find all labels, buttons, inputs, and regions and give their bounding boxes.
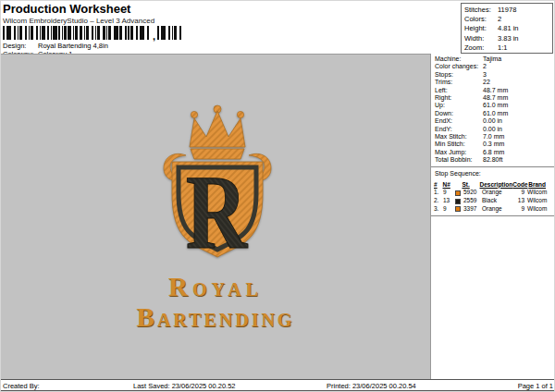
stop-sequence-title: Stop Sequence: — [431, 167, 554, 178]
logo-text-royal: Royal — [1, 272, 430, 302]
machine-row: Min Stitch:0.3 mm — [435, 141, 554, 148]
machine-row: Right:48.7 mm — [435, 94, 554, 102]
logo-text-bartending: Bartending — [1, 302, 430, 333]
page-number: Page 1 of 1 — [518, 382, 553, 390]
design-label: Design: — [3, 42, 38, 50]
machine-row: Machine:Tajima — [435, 55, 554, 63]
stop-sequence-row: 2. 13 2559 Black 13 Wilcom — [434, 197, 552, 205]
machine-row: Max Jump:6.8 mm — [435, 149, 554, 156]
page-footer: Created By: Last Saved: 23/06/2025 00.20… — [1, 379, 555, 391]
summary-row: Width:3.83 in — [464, 34, 552, 43]
machine-row: Total Bobbin:82.80ft — [435, 156, 554, 164]
design-row: Design: Royal Bartending 4,8in — [3, 42, 108, 50]
machine-row: Left:48.7 mm — [435, 87, 554, 94]
stop-sequence-row: 3. 9 3397 Orange 9 Wilcom — [434, 205, 552, 214]
machine-stats-list: Machine:Tajima Color changes:2 Stops:3 T… — [431, 54, 554, 165]
last-saved-label: Last Saved: 23/06/2025 00.20.52 — [133, 382, 236, 390]
royal-bartending-crest-logo: R — [157, 104, 278, 262]
machine-row: Trims:22 — [435, 79, 554, 86]
crown-icon — [190, 105, 245, 159]
production-worksheet-page: Production Worksheet Wilcom EmbroiderySt… — [0, 0, 555, 392]
machine-row: Color changes:2 — [435, 63, 554, 70]
barcode-bars-right — [157, 26, 181, 40]
thread-color-swatch — [455, 206, 461, 212]
design-value: Royal Bartending 4,8in — [38, 42, 108, 50]
machine-info-panel: Machine:Tajima Color changes:2 Stops:3 T… — [430, 54, 555, 379]
thread-color-swatch — [455, 190, 461, 196]
barcode-bars-left — [3, 26, 151, 40]
machine-row: Up:61.0 mm — [435, 102, 554, 109]
machine-row: Down:61.0 mm — [435, 110, 554, 117]
machine-row: Stops:3 — [435, 71, 554, 79]
stop-sequence-bottom-rule — [431, 215, 554, 216]
stitch-summary-box: Stitches:11978 Colors:2 Height:4.81 in W… — [461, 3, 553, 54]
page-title: Production Worksheet — [3, 2, 130, 16]
design-barcode: , — [3, 26, 181, 40]
stop-sequence-table: # N# St. Description Code Brand 1. 9 592… — [431, 178, 554, 214]
summary-row: Zoom:1:1 — [464, 43, 552, 53]
thread-color-swatch — [455, 199, 461, 204]
machine-row: EndX:0.00 in — [435, 117, 554, 125]
barcode-comma: , — [151, 33, 157, 40]
created-by-label: Created By: — [3, 382, 40, 390]
stop-sequence-row: 1. 9 5920 Orange 9 Wilcom — [434, 189, 552, 197]
summary-row: Stitches:11978 — [464, 6, 552, 15]
design-canvas: R Royal Bartending — [1, 54, 430, 379]
summary-row: Height:4.81 in — [464, 24, 552, 33]
printed-label: Printed: 23/06/2025 00.20.54 — [327, 382, 416, 390]
stop-sequence-header: # N# St. Description Code Brand — [434, 181, 552, 190]
software-subtitle: Wilcom EmbroideryStudio – Level 3 Advanc… — [3, 17, 154, 25]
machine-row: EndY:0.00 in — [435, 126, 554, 133]
monogram-letter: R — [186, 153, 249, 262]
summary-row: Colors:2 — [464, 15, 552, 24]
machine-row: Max Stitch:7.0 mm — [435, 133, 554, 141]
